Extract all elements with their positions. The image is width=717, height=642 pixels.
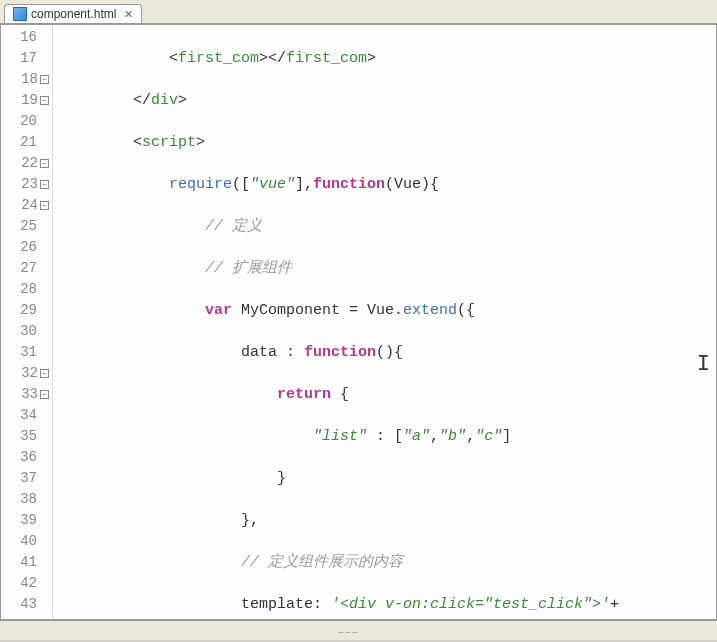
fold-toggle-icon[interactable]: − xyxy=(40,75,49,84)
line-number: 25 xyxy=(1,216,52,237)
line-number: 31 xyxy=(1,342,52,363)
line-number: 34 xyxy=(1,405,52,426)
line-gutter: 161718−19−202122−23−24−2526272829303132−… xyxy=(1,25,53,619)
html-file-icon xyxy=(13,7,27,21)
line-number: 23− xyxy=(1,174,52,195)
status-bar: ┄┄┄ xyxy=(0,620,717,640)
fold-toggle-icon[interactable]: − xyxy=(40,159,49,168)
line-number: 24− xyxy=(1,195,52,216)
line-number: 17 xyxy=(1,48,52,69)
fold-toggle-icon[interactable]: − xyxy=(40,201,49,210)
close-icon[interactable]: ✕ xyxy=(124,8,133,21)
line-number: 42 xyxy=(1,573,52,594)
line-number: 37 xyxy=(1,468,52,489)
file-tab[interactable]: component.html ✕ xyxy=(4,4,142,23)
line-number: 41 xyxy=(1,552,52,573)
tab-filename: component.html xyxy=(31,7,116,21)
line-number: 21 xyxy=(1,132,52,153)
line-number: 19− xyxy=(1,90,52,111)
editor: 161718−19−202122−23−24−2526272829303132−… xyxy=(0,24,717,620)
line-number: 29 xyxy=(1,300,52,321)
line-number: 18− xyxy=(1,69,52,90)
line-number: 26 xyxy=(1,237,52,258)
line-number: 38 xyxy=(1,489,52,510)
line-number: 39 xyxy=(1,510,52,531)
line-number: 27 xyxy=(1,258,52,279)
line-number: 16 xyxy=(1,27,52,48)
line-number: 33− xyxy=(1,384,52,405)
line-number: 35 xyxy=(1,426,52,447)
fold-toggle-icon[interactable]: − xyxy=(40,390,49,399)
resize-grip-icon[interactable]: ┄┄┄ xyxy=(339,628,379,634)
line-number: 36 xyxy=(1,447,52,468)
line-number: 22− xyxy=(1,153,52,174)
line-number: 20 xyxy=(1,111,52,132)
fold-toggle-icon[interactable]: − xyxy=(40,180,49,189)
line-number: 32− xyxy=(1,363,52,384)
line-number: 28 xyxy=(1,279,52,300)
code-area[interactable]: <first_com></first_com> </div> <script> … xyxy=(53,25,716,619)
fold-toggle-icon[interactable]: − xyxy=(40,369,49,378)
line-number: 30 xyxy=(1,321,52,342)
line-number: 40 xyxy=(1,531,52,552)
line-number: 43 xyxy=(1,594,52,615)
fold-toggle-icon[interactable]: − xyxy=(40,96,49,105)
tab-bar: component.html ✕ xyxy=(0,0,717,24)
